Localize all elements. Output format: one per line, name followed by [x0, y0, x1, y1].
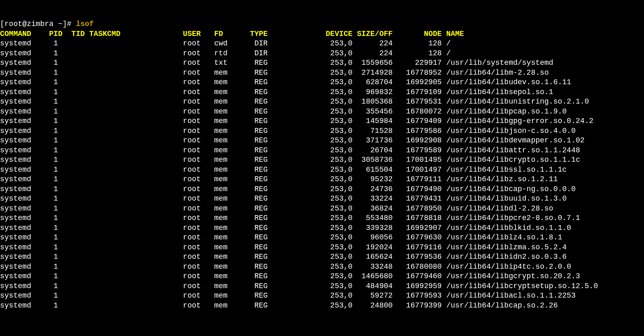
prompt-symbol: # — [67, 20, 71, 28]
prompt-cwd: ~ — [58, 20, 62, 28]
prompt: [root@zimbra ~]# — [0, 20, 71, 28]
table-rows: systemd 1 root cwd DIR 253,0 224 128 / s… — [0, 39, 644, 310]
terminal-output[interactable]: [root@zimbra ~]# lsof COMMAND PID TID TA… — [0, 10, 644, 311]
command-text: lsof — [76, 20, 94, 28]
prompt-at: @ — [22, 20, 27, 28]
prompt-user: root — [5, 20, 22, 28]
prompt-open-bracket: [ — [0, 20, 5, 28]
table-header: COMMAND PID TID TASKCMD USER FD TYPE DEV… — [0, 30, 464, 38]
prompt-close-bracket: ] — [62, 20, 67, 28]
prompt-host: zimbra — [27, 20, 54, 28]
